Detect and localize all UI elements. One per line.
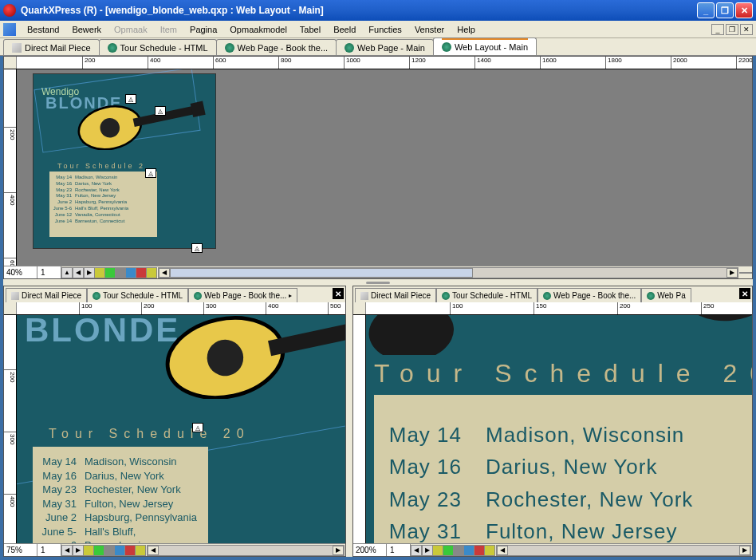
selection-handle-icon[interactable]: ◬ <box>155 106 166 116</box>
doc-tab[interactable]: Direct Mail Piece <box>6 288 87 302</box>
status-icon[interactable] <box>443 545 454 556</box>
scrollbar-horizontal[interactable]: ◀ ▶ <box>147 545 345 556</box>
scrollbar-horizontal[interactable]: ◀ ▶ <box>158 267 738 278</box>
status-icon[interactable] <box>94 267 105 278</box>
zoom-field[interactable]: 200% <box>353 544 387 556</box>
selection-handle-icon[interactable]: ◬ <box>145 168 156 178</box>
nav-prev-button[interactable]: ◀ <box>73 267 84 278</box>
canvas[interactable]: Tour Schedule 20 May 14Madison, Wisconsi… <box>366 315 752 543</box>
status-icon[interactable] <box>474 545 485 556</box>
scroll-right-button[interactable]: ▶ <box>726 268 738 278</box>
mdi-close-button[interactable]: ✕ <box>740 24 753 35</box>
status-icon[interactable] <box>146 267 157 278</box>
schedule-date: May 31 <box>382 515 486 543</box>
zoom-field[interactable]: 40% <box>4 266 37 278</box>
status-icon[interactable] <box>136 267 147 278</box>
close-button[interactable]: ✕ <box>735 2 753 18</box>
scroll-left-button[interactable]: ◀ <box>497 546 508 555</box>
zoom-field[interactable]: 75% <box>4 544 37 556</box>
selection-handle-icon[interactable]: ◬ <box>191 243 203 253</box>
status-icon[interactable] <box>432 545 443 556</box>
ruler-vertical[interactable] <box>353 315 366 543</box>
status-icon[interactable] <box>453 545 464 556</box>
status-icon[interactable] <box>93 545 104 556</box>
page-content[interactable]: BLONDE Tour Schedule 20 ◬ ◬ May 14Madiso… <box>17 315 345 543</box>
layout-tab-tour-schedule[interactable]: Tour Schedule - HTML <box>99 39 217 55</box>
status-icon[interactable] <box>115 267 126 278</box>
scrollbar-horizontal[interactable]: ◀ ▶ <box>496 545 751 556</box>
doc-tab[interactable]: Tour Schedule - HTML <box>436 288 537 302</box>
status-icon[interactable] <box>135 545 146 556</box>
schedule-city: Rochester, New York <box>486 483 693 515</box>
selection-handle-icon[interactable]: ◬ <box>125 94 136 104</box>
status-icon[interactable] <box>463 545 474 556</box>
mdi-minimize-button[interactable]: _ <box>711 24 724 35</box>
status-icon[interactable] <box>104 545 115 556</box>
menu-help[interactable]: Help <box>451 23 482 36</box>
scroll-right-button[interactable]: ▶ <box>333 546 344 555</box>
page-content[interactable]: Tour Schedule 20 May 14Madison, Wisconsi… <box>366 315 752 543</box>
ruler-vertical[interactable]: 200300400500 <box>4 315 17 543</box>
layout-tab-book-the[interactable]: Web Page - Book the... <box>216 39 337 55</box>
maximize-button[interactable]: ❐ <box>716 2 734 18</box>
ruler-vertical[interactable]: 200400600 <box>4 69 17 266</box>
status-icon[interactable] <box>114 545 125 556</box>
menu-functies[interactable]: Functies <box>362 23 408 36</box>
page-field[interactable]: 1 <box>37 266 61 278</box>
ruler-horizontal[interactable]: 100200300400500 <box>4 302 345 315</box>
status-icon[interactable] <box>125 267 136 278</box>
scroll-thumb[interactable] <box>170 268 473 278</box>
canvas[interactable]: Wendigo BLONDE ◬ ◬ Tour Schedule 2 May 1… <box>17 69 752 266</box>
status-icon[interactable] <box>124 545 136 556</box>
page-field[interactable]: 1 <box>37 544 61 556</box>
menu-pagina[interactable]: Pagina <box>183 23 223 36</box>
globe-icon <box>108 43 117 53</box>
tab-overflow-icon[interactable]: ▸ <box>289 292 292 299</box>
menu-beeld[interactable]: Beeld <box>327 23 362 36</box>
schedule-date: May 23 <box>41 483 85 497</box>
splitter-vertical[interactable] <box>346 286 352 557</box>
document-icon <box>360 292 368 300</box>
close-pane-button[interactable]: ✕ <box>739 288 750 299</box>
page-field[interactable]: 1 <box>387 544 411 556</box>
scroll-right-button[interactable]: ▶ <box>739 546 750 555</box>
doc-tab[interactable]: Tour Schedule - HTML <box>87 288 188 302</box>
schedule-title: Tour Schedule 2 <box>57 162 145 170</box>
scroll-down-button[interactable] <box>739 272 752 274</box>
menu-tabel[interactable]: Tabel <box>293 23 327 36</box>
workspace: 2004006008001000120014001600180020002200… <box>3 56 753 557</box>
status-icon[interactable] <box>484 545 495 556</box>
splitter-horizontal[interactable] <box>3 279 753 286</box>
schedule-date: June 5-6 <box>41 525 85 543</box>
layout-tab-web-layout-main[interactable]: Web Layout - Main <box>433 37 537 55</box>
guitar-image <box>65 94 209 150</box>
close-pane-button[interactable]: ✕ <box>333 288 344 299</box>
menu-bestand[interactable]: Bestand <box>21 23 65 36</box>
page-content[interactable]: Wendigo BLONDE ◬ ◬ Tour Schedule 2 May 1… <box>33 73 216 249</box>
status-icon[interactable] <box>83 545 94 556</box>
layout-tab-direct-mail[interactable]: Direct Mail Piece <box>3 39 100 55</box>
canvas[interactable]: BLONDE Tour Schedule 20 ◬ ◬ May 14Madiso… <box>17 315 345 543</box>
doc-tab[interactable]: Web Page - Book the... <box>537 288 641 302</box>
menu-opmaakmodel[interactable]: Opmaakmodel <box>223 23 293 36</box>
menu-bewerk[interactable]: Bewerk <box>65 23 108 36</box>
selection-handle-icon[interactable]: ◬ <box>192 423 203 432</box>
ruler-horizontal[interactable]: 100150200250 <box>353 302 752 315</box>
nav-next-button[interactable]: ▶ <box>84 267 95 278</box>
nav-prev-button[interactable]: ◀ <box>411 545 422 556</box>
mdi-restore-button[interactable]: ❐ <box>726 24 738 35</box>
doc-tab[interactable]: Direct Mail Piece <box>355 288 436 302</box>
nav-prev-button[interactable]: ◀ <box>61 545 73 556</box>
nav-first-button[interactable]: ▲ <box>61 267 73 278</box>
doc-tab[interactable]: Web Pa <box>641 288 691 302</box>
ruler-horizontal[interactable]: 2004006008001000120014001600180020002200 <box>4 57 752 69</box>
layout-tab-web-page-main[interactable]: Web Page - Main <box>336 39 434 55</box>
menu-venster[interactable]: Venster <box>408 23 451 36</box>
scroll-left-button[interactable]: ◀ <box>148 546 159 555</box>
nav-next-button[interactable]: ▶ <box>73 545 84 556</box>
status-icon[interactable] <box>104 267 116 278</box>
scroll-left-button[interactable]: ◀ <box>159 268 170 278</box>
minimize-button[interactable]: _ <box>697 2 715 18</box>
nav-next-button[interactable]: ▶ <box>422 545 433 556</box>
doc-tab[interactable]: Web Page - Book the...▸ <box>188 288 297 302</box>
